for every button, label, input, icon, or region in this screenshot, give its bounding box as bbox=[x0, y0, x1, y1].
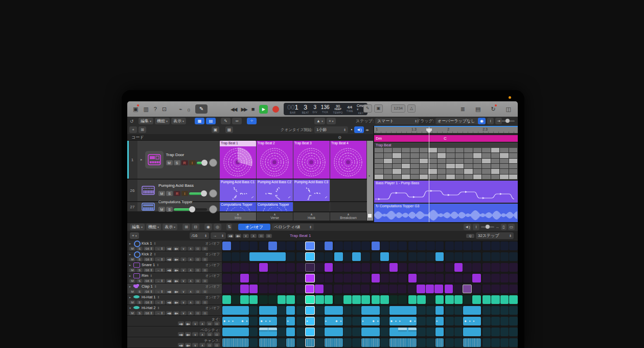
mute-button[interactable]: M bbox=[158, 207, 165, 212]
row-caret-icon[interactable]: ⇕ bbox=[153, 242, 156, 245]
step-cell[interactable] bbox=[389, 252, 398, 261]
step-cell[interactable] bbox=[380, 328, 389, 336]
drum-grid-cell[interactable] bbox=[500, 148, 509, 153]
step-cell[interactable] bbox=[286, 263, 295, 272]
step-cell[interactable] bbox=[435, 242, 444, 250]
step-cell[interactable] bbox=[417, 295, 426, 304]
step-cell[interactable] bbox=[249, 317, 258, 325]
loop-cell[interactable]: Computations Topper bbox=[220, 202, 256, 211]
step-cell[interactable] bbox=[380, 295, 389, 304]
metronome-button[interactable]: △ bbox=[407, 104, 416, 113]
step-cell[interactable] bbox=[372, 263, 380, 272]
up-icon[interactable]: ∧ bbox=[188, 247, 194, 251]
step-cell[interactable] bbox=[259, 274, 268, 282]
step-cell[interactable] bbox=[268, 295, 277, 304]
drum-grid-cell[interactable] bbox=[446, 175, 455, 179]
step-cell[interactable] bbox=[380, 338, 389, 347]
step-cell[interactable] bbox=[398, 338, 407, 347]
seq-functions-menu[interactable]: 機能▾ bbox=[146, 224, 161, 230]
drum-grid-cell[interactable] bbox=[384, 169, 393, 173]
row-mute-button[interactable]: M bbox=[129, 311, 135, 315]
drum-grid-cell[interactable] bbox=[375, 164, 383, 168]
step-cell[interactable] bbox=[482, 242, 491, 250]
row-header-hi-hat-1[interactable]: ▸Hi-Hat 1 ⇕オン/オフMS/16 ⇕→ ⇕◂◉◉▸∨∧⊡⊡ bbox=[127, 294, 222, 304]
drum-grid-cell[interactable] bbox=[393, 164, 401, 168]
step-cell[interactable]: ▸ bbox=[268, 317, 277, 325]
volume-slider[interactable] bbox=[189, 192, 207, 195]
window-small-icon[interactable]: ▯ bbox=[501, 224, 507, 230]
step-cell[interactable] bbox=[222, 338, 231, 347]
nudge-right-icon[interactable]: ◉▸ bbox=[185, 321, 191, 325]
row-rate-select[interactable]: /16 ⇕ bbox=[144, 247, 154, 251]
clear-icon[interactable]: ⊡ bbox=[266, 234, 272, 238]
step-cell[interactable]: ▸ bbox=[286, 317, 295, 325]
drum-grid-cell[interactable] bbox=[500, 159, 509, 163]
step-cell[interactable] bbox=[305, 295, 315, 304]
drum-grid-cell[interactable] bbox=[402, 159, 410, 163]
up-icon[interactable]: ∧ bbox=[199, 332, 205, 336]
step-cell[interactable] bbox=[389, 242, 398, 250]
step-cell[interactable] bbox=[454, 328, 463, 336]
step-cell[interactable] bbox=[417, 242, 426, 250]
step-cell[interactable] bbox=[286, 274, 295, 282]
row-rotate-select[interactable]: → ⇕ bbox=[155, 247, 165, 251]
loop-browser-icon[interactable]: ∞ bbox=[232, 118, 242, 124]
step-cell[interactable] bbox=[278, 274, 286, 282]
forward-button[interactable]: ▶▶ bbox=[241, 106, 246, 112]
step-cell[interactable] bbox=[249, 242, 258, 250]
row-mute-button[interactable]: M bbox=[129, 279, 135, 283]
step-cell[interactable] bbox=[343, 285, 352, 293]
disclosure-icon[interactable]: ▸ bbox=[129, 285, 132, 288]
step-cell[interactable] bbox=[389, 295, 398, 304]
step-cell[interactable] bbox=[380, 317, 389, 325]
drum-grid-cell[interactable] bbox=[428, 169, 437, 173]
step-cell[interactable] bbox=[232, 306, 240, 315]
quantize-button[interactable]: Q bbox=[466, 234, 474, 238]
erase-icon[interactable]: ⊡ bbox=[202, 257, 208, 262]
drum-grid-cell[interactable] bbox=[455, 164, 464, 168]
step-cell[interactable] bbox=[491, 338, 500, 347]
step-cell[interactable] bbox=[240, 338, 249, 347]
drum-grid-cell[interactable] bbox=[438, 148, 446, 153]
row-solo-button[interactable]: S bbox=[136, 279, 143, 283]
row-header-snare-1[interactable]: ▸Snare 1 ⇕オン/オフMS/16 ⇕→ ⇕◂◉◉▸∨∧⊡⊡ bbox=[127, 262, 222, 272]
drum-grid-cell[interactable] bbox=[491, 164, 500, 168]
step-cell[interactable] bbox=[417, 252, 426, 261]
step-cell[interactable] bbox=[398, 274, 407, 282]
region-bass-player[interactable]: Bass Player 1 - Pump Bass bbox=[374, 181, 518, 203]
row-rate-select[interactable]: /16 ⇕ bbox=[144, 257, 154, 262]
project-icon[interactable]: ▣ bbox=[133, 101, 138, 117]
track-header[interactable]: Pumping Acid BassMSRI bbox=[137, 180, 219, 201]
step-cell[interactable] bbox=[472, 252, 481, 261]
step-cell[interactable]: ◆▸ bbox=[372, 317, 380, 325]
step-cell[interactable] bbox=[232, 285, 240, 293]
step-cell[interactable] bbox=[268, 242, 277, 250]
nudge-left-icon[interactable]: ◂◉ bbox=[166, 279, 172, 283]
step-cell[interactable] bbox=[472, 285, 481, 293]
step-cell[interactable] bbox=[509, 242, 518, 250]
step-cell[interactable] bbox=[361, 295, 370, 304]
step-cell[interactable] bbox=[509, 317, 518, 325]
step-cell[interactable] bbox=[240, 328, 249, 336]
drum-grid-cell[interactable] bbox=[500, 164, 509, 168]
down-icon[interactable]: ∨ bbox=[192, 321, 198, 325]
step-cell[interactable]: ◆▸ bbox=[389, 317, 398, 325]
seq-zoom-slider[interactable] bbox=[481, 226, 494, 228]
step-cell[interactable] bbox=[408, 274, 417, 282]
nudge-left-icon[interactable]: ◂◉ bbox=[166, 290, 172, 294]
row-header-clap-1[interactable]: ▸Clap 1 ⇕オン/オフMS/16 ⇕→ ⇕◂◉◉▸∨∧⊡⊡ bbox=[127, 284, 222, 294]
pointer-tool-menu[interactable]: ▲▾ bbox=[314, 118, 325, 124]
drum-grid-cell[interactable] bbox=[393, 159, 401, 163]
loop-cell[interactable]: Trap Beat 4 bbox=[330, 141, 366, 179]
volume-thumb[interactable] bbox=[201, 190, 207, 197]
step-cell[interactable] bbox=[361, 263, 370, 272]
step-cell[interactable] bbox=[454, 338, 463, 347]
step-cell[interactable] bbox=[343, 242, 352, 250]
step-cell[interactable] bbox=[232, 295, 240, 304]
step-cell[interactable] bbox=[482, 306, 491, 315]
drum-grid-cell[interactable] bbox=[428, 159, 437, 163]
count-in-button[interactable]: 1234 bbox=[391, 104, 405, 113]
step-cell[interactable] bbox=[232, 242, 240, 250]
step-cell[interactable] bbox=[408, 295, 417, 304]
scene-trigger-breakdown[interactable]: ∧Breakdown bbox=[330, 212, 366, 221]
